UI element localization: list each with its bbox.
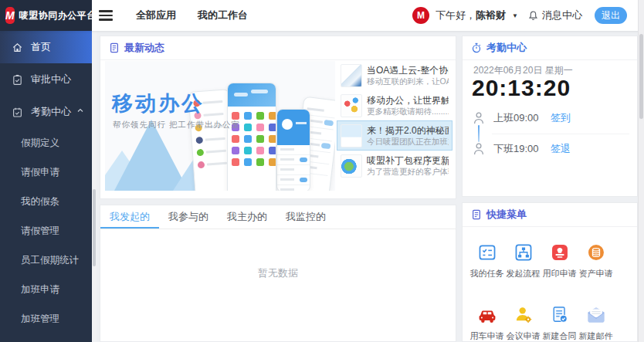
tab-monitored-by-me[interactable]: 我监控的 [276,205,335,229]
my-tasks-panel: 我发起的 我参与的 我主办的 我监控的 暂无数据 [100,205,456,342]
banner-subtitle: 帮你领先同行 把工作带出办公室 [113,120,240,130]
checkout-link[interactable]: 签退 [551,142,571,156]
stopwatch-icon [471,42,482,53]
quick-item-label: 发起流程 [507,268,541,279]
checkout-row: 下班19:00 签退 [473,141,571,157]
sidebar-subitem-overtime-request[interactable]: 加班申请 [0,275,92,304]
user-avatar[interactable]: M [412,7,429,24]
news-thumbnail [341,124,362,147]
brand-logo: M [5,7,15,24]
attendance-timeline [478,125,480,142]
home-icon [12,42,23,53]
chevron-down-icon[interactable]: ▼ [512,12,518,19]
news-title: 移动办公，让世界触手可 [367,95,449,107]
sidebar-item-label: 首页 [31,40,51,54]
page-scrollbar-thumb[interactable] [639,34,643,119]
quick-item-start-flow[interactable]: 发起流程 [505,239,541,279]
logout-button[interactable]: 退出 [595,7,627,24]
message-center-label: 消息中心 [542,8,582,22]
menu-toggle-icon[interactable] [99,10,113,21]
phone-mockup-app-grid [227,83,276,191]
news-panel-header: 最新动态 [100,36,456,60]
person-icon [473,143,484,155]
sidebar-item-attendance-center[interactable]: 考勤中心 [0,96,92,128]
meeting-icon [514,305,534,325]
document-icon [109,42,120,53]
quick-item-label: 用印申请 [543,268,577,279]
banner-title: 移动办公 [112,90,205,117]
tab-initiated-by-me[interactable]: 我发起的 [100,205,159,229]
chevron-up-icon [76,107,84,114]
attendance-clock: 20:13:20 [472,75,571,101]
quick-item-label: 资产申请 [579,268,613,279]
checkin-link[interactable]: 签到 [551,111,571,125]
quick-item-seal-request[interactable]: 用印申请 [541,239,578,279]
attendance-panel-title: 考勤中心 [486,41,527,55]
nav-my-workbench[interactable]: 我的工作台 [198,8,248,22]
sidebar-subitem-leave-management[interactable]: 请假管理 [0,216,92,245]
news-title: 当OA遇上云-整个协同OA [367,65,449,76]
approval-icon [12,74,23,86]
quick-item-vehicle-request[interactable]: 用车申请 [469,301,505,342]
top-nav: 全部应用 我的工作台 [136,8,248,22]
page-scrollbar[interactable] [638,0,644,342]
news-list: 当OA遇上云-整个协同OA 移动互联的到来，让OA与云 移动办公，让世界触手可 … [337,60,452,181]
attendance-panel-header: 考勤中心 [463,36,637,60]
attendance-icon [12,107,23,118]
user-greeting[interactable]: 下午好，陈裕财 [436,8,506,22]
app-title: 唛盟协同办公平台 [19,9,97,22]
quick-item-label: 新建邮件 [579,330,613,342]
quick-item-label: 我的任务 [470,268,504,279]
tab-hosted-by-me[interactable]: 我主办的 [218,205,276,229]
sidebar-subitem-holiday-definition[interactable]: 假期定义 [0,128,92,157]
quick-item-asset-request[interactable]: 资产申请 [578,239,614,279]
sidebar-subitem-overtime-management[interactable]: 加班管理 [0,304,92,334]
divider [492,134,629,134]
bell-icon [527,10,539,22]
quick-item-meeting-request[interactable]: 会议申请 [505,301,541,342]
news-item[interactable]: 移动办公，让世界触手可 更多精彩敬请期待........ [337,90,452,120]
news-desc: 今日唛盟团队正在加班加点， [367,137,449,147]
news-thumbnail [341,154,362,178]
app-logo-area: M 唛盟协同办公平台 [0,0,92,31]
news-thumbnail [341,64,362,87]
contract-icon [550,305,570,325]
sidebar-item-approval-center[interactable]: 审批中心 [0,63,92,96]
quick-menu-header: 快捷菜单 [463,203,637,227]
news-item-selected[interactable]: 来！揭开2.0的神秘面纱- 今日唛盟团队正在加班加点， [337,120,452,151]
sidebar: 首页 审批中心 考勤中心 假期定义 请假申请 我的假条 请假管理 员工假期统计 … [0,31,92,342]
user-name: 陈裕财 [476,9,506,21]
sidebar-scrollbar[interactable] [92,31,97,342]
news-item[interactable]: 当OA遇上云-整个协同OA 移动互联的到来，让OA与云 [337,60,452,90]
news-item[interactable]: 唛盟补丁包程序更新 为了营造更好的客户体验，唛 [337,151,452,181]
tasks-icon [477,242,497,262]
quick-item-label: 新建合同 [543,330,577,342]
sidebar-subitem-my-leave-notes[interactable]: 我的假条 [0,187,92,216]
message-center[interactable]: 消息中心 [527,8,582,22]
sidebar-subitem-leave-request[interactable]: 请假申请 [0,157,92,187]
flow-icon [514,242,534,262]
sidebar-subitem-employee-holiday-stats[interactable]: 员工假期统计 [0,245,92,275]
sidebar-item-home[interactable]: 首页 [0,31,92,63]
news-desc: 更多精彩敬请期待........ [367,107,449,117]
quick-item-new-mail[interactable]: 新建邮件 [578,301,614,342]
mobile-office-banner[interactable]: 移动办公 帮你领先同行 把工作带出办公室 [105,61,335,191]
phone-mockup-profile [276,109,310,191]
news-panel-title: 最新动态 [124,41,164,55]
news-desc: 移动互联的到来，让OA与云 [367,76,449,86]
tab-participated-by-me[interactable]: 我参与的 [159,205,218,229]
sidebar-item-label: 审批中心 [31,73,71,86]
checkin-time-label: 上班09:00 [493,111,551,125]
nav-all-apps[interactable]: 全部应用 [136,8,176,22]
quick-item-label: 会议申请 [507,330,541,342]
greeting-text: 下午好， [436,9,476,21]
quick-item-my-tasks[interactable]: 我的任务 [469,239,505,279]
quick-item-label: 用车申请 [470,330,504,342]
news-title: 来！揭开2.0的神秘面纱- [367,125,449,137]
empty-state-text: 暂无数据 [100,266,456,280]
quick-menu-title: 快捷菜单 [486,208,527,222]
quick-menu-panel: 快捷菜单 我的任务 发起流程 用印申请 资产申请 用车申请 [462,202,638,342]
quick-item-new-contract[interactable]: 新建合同 [541,301,578,342]
sidebar-scrollbar-thumb[interactable] [93,189,96,266]
person-icon [473,112,484,124]
